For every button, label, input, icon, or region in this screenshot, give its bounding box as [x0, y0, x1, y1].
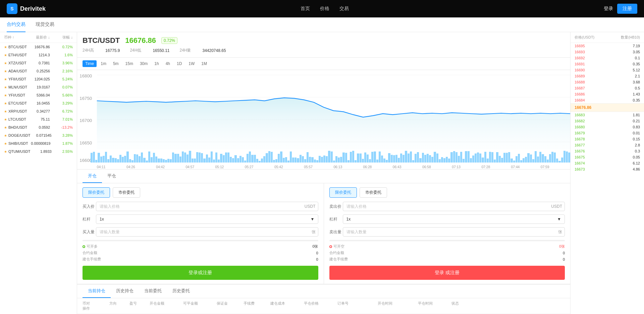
sell-qty-input[interactable] — [343, 227, 565, 237]
logo-text: Derivitek — [20, 5, 46, 12]
tf-time[interactable]: Time — [83, 60, 97, 67]
svg-text:06:43: 06:43 — [393, 165, 401, 169]
tf-1h[interactable]: 1h — [152, 60, 161, 67]
buy-qty-row: 买入量 张 — [83, 227, 318, 237]
symbol-change: 7.01% — [50, 117, 73, 121]
buy-info: 可开多 0张 合约金额 0 建仓手续费 0 — [83, 244, 318, 262]
ask-list: 166957.19166933.05166920.1166910.3516690… — [571, 43, 644, 103]
bid-row: 166800.83 — [571, 124, 644, 130]
bid-row: 166780.15 — [571, 136, 644, 142]
sell-price-input[interactable] — [343, 202, 565, 211]
symbol-name: ★QTUM/USDT — [4, 149, 30, 153]
panel-tabs: 开仓 平仓 — [77, 170, 570, 183]
tf-1d[interactable]: 1D — [174, 60, 184, 67]
bottom-tab-orders[interactable]: 当前委托 — [139, 285, 167, 298]
ask-price: 16695 — [575, 44, 585, 48]
symbol-row[interactable]: ★BHD/USDT 0.0592 -13.2% — [0, 123, 77, 131]
bottom-tab-order-history[interactable]: 历史委托 — [167, 285, 195, 298]
buy-available-label: 可开多 — [83, 244, 98, 249]
star-icon: ★ — [4, 53, 7, 57]
bid-price: 16674 — [575, 161, 585, 165]
symbol-price: 0.7381 — [27, 61, 50, 65]
svg-text:07:59: 07:59 — [541, 165, 549, 169]
sell-available-dot — [329, 245, 332, 248]
buy-lever-select[interactable]: 1x ▼ — [96, 214, 318, 224]
symbol-row[interactable]: ★ETC/USDT 16.0455 3.29% — [0, 99, 77, 107]
login-button[interactable]: 登录 — [604, 6, 613, 12]
bid-qty: 0.83 — [633, 125, 640, 129]
logo[interactable]: S Derivitek — [7, 3, 46, 14]
ask-price: 16686 — [575, 92, 585, 96]
symbol-change: 3.29% — [50, 101, 73, 105]
nav-price[interactable]: 价格 — [320, 6, 329, 12]
ask-price: 16691 — [575, 62, 585, 66]
star-icon: ★ — [4, 69, 7, 73]
col-symbol: 币种 ↑ — [4, 35, 27, 40]
symbol-price: 0.071545 — [30, 133, 51, 137]
symbol-row[interactable]: ★MLN/USDT 19.0167 0.07% — [0, 83, 77, 91]
svg-text:05:42: 05:42 — [274, 165, 283, 169]
buy-submit-btn[interactable]: 登录或注册 — [83, 266, 318, 280]
tf-1mo[interactable]: 1M — [199, 60, 210, 67]
orderbook-header: 价格(USDT) 数量(HB10) — [571, 32, 644, 43]
buy-price-input[interactable] — [96, 202, 318, 211]
symbol-row[interactable]: ★XTZ/USDT 0.7381 3.96% — [0, 59, 77, 67]
ob-current-val: 16676.86 — [575, 105, 591, 110]
available-dot — [83, 245, 85, 248]
svg-text:04:26: 04:26 — [126, 165, 135, 169]
buy-qty-input[interactable] — [96, 227, 318, 237]
tf-15m[interactable]: 15m — [123, 60, 136, 67]
star-icon: ★ — [4, 93, 7, 97]
symbol-row[interactable]: ★ETH/USDT 1214.3 1.6% — [0, 51, 77, 59]
symbol-row[interactable]: ★LTC/USDT 75.11 7.01% — [0, 115, 77, 123]
limit-order-btn-sell[interactable]: 限价委托 — [329, 187, 357, 198]
tf-4h[interactable]: 4h — [163, 60, 173, 67]
bottom-tab-holdings[interactable]: 当前持仓 — [83, 285, 111, 298]
tab-open[interactable]: 开仓 — [83, 170, 102, 183]
market-order-btn-buy[interactable]: 市价委托 — [113, 187, 140, 198]
subnav-spot[interactable]: 现货交易 — [36, 17, 54, 32]
register-button[interactable]: 注册 — [617, 4, 637, 14]
symbol-change: 2.16% — [50, 69, 73, 73]
symbol-row[interactable]: ★QTUM/USDT 1.8933 2.55% — [0, 147, 77, 155]
header-actions: 登录 注册 — [604, 4, 637, 14]
bid-qty: 0.21 — [633, 119, 640, 123]
bottom-tab-history[interactable]: 历史持仓 — [111, 285, 139, 298]
symbol-row[interactable]: ★ADA/USDT 0.25256 2.16% — [0, 67, 77, 75]
ask-price: 16689 — [575, 74, 585, 78]
symbol-row[interactable]: ★XRP/USDT 0.34277 6.72% — [0, 107, 77, 115]
tab-close[interactable]: 平仓 — [102, 170, 121, 183]
nav-home[interactable]: 首页 — [301, 6, 310, 12]
limit-order-btn-buy[interactable]: 限价委托 — [83, 187, 110, 198]
symbol-row[interactable]: ★YFI/USDT 5366.04 5.66% — [0, 91, 77, 99]
symbol-row[interactable]: ★DOGE/USDT 0.071545 3.28% — [0, 131, 77, 139]
svg-text:06:13: 06:13 — [333, 165, 342, 169]
subnav-futures[interactable]: 合约交易 — [7, 17, 25, 32]
svg-text:16750: 16750 — [79, 96, 92, 101]
bid-qty: 2.8 — [635, 143, 640, 147]
tf-5m[interactable]: 5m — [110, 60, 121, 67]
symbol-list: ★BTC/USDT 16676.86 0.72% ★ETH/USDT 1214.… — [0, 43, 77, 155]
chart-canvas: 16800 16750 16700 16650 16600 — [77, 70, 570, 169]
col-status: 状态 — [451, 301, 478, 306]
symbol-row[interactable]: ★SHIB/USDT 0.00000819 1.87% — [0, 139, 77, 147]
symbol-price: 0.34277 — [27, 109, 50, 113]
sell-price-suffix: USDT — [551, 204, 562, 209]
ask-qty: 0.5 — [635, 86, 640, 90]
sell-submit-btn[interactable]: 登录 或注册 — [329, 266, 565, 280]
symbol-row[interactable]: ★YFII/USDT 1204.025 5.24% — [0, 75, 77, 83]
pair-name: BTC/USDT — [83, 36, 120, 45]
market-order-btn-sell[interactable]: 市价委托 — [360, 187, 387, 198]
tf-1m[interactable]: 1m — [98, 60, 109, 67]
buy-qty-label: 买入量 — [83, 229, 96, 235]
tf-30m[interactable]: 30m — [137, 60, 150, 67]
sell-lever-select[interactable]: 1x ▼ — [343, 214, 565, 224]
svg-text:07:13: 07:13 — [452, 165, 461, 169]
tf-1w[interactable]: 1W — [186, 60, 197, 67]
svg-text:16650: 16650 — [79, 140, 92, 145]
nav-trade[interactable]: 交易 — [339, 6, 349, 12]
pair-price: 16676.86 — [125, 36, 156, 45]
symbol-row[interactable]: ★BTC/USDT 16676.86 0.72% — [0, 43, 77, 51]
svg-text:06:28: 06:28 — [363, 165, 372, 169]
high-val: 16775.9 — [105, 48, 120, 53]
